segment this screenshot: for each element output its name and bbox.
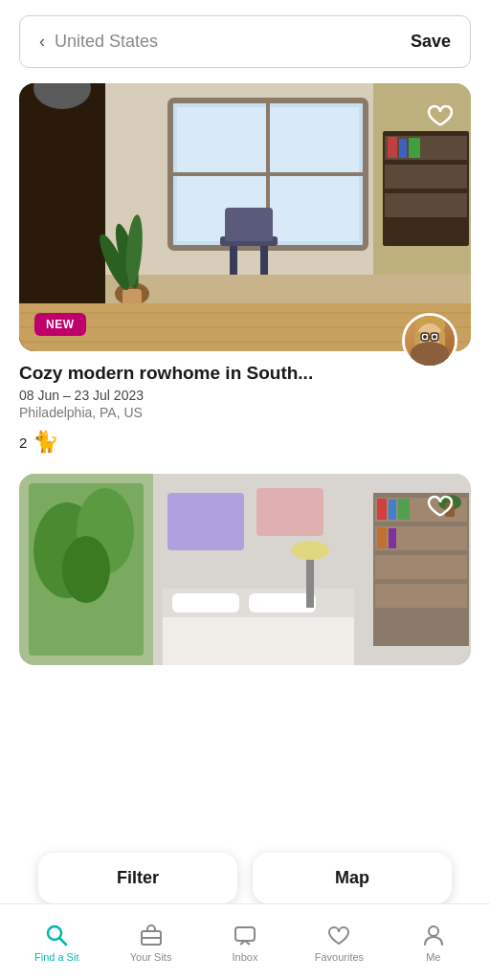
bottom-nav: Find a Sit Your Sits Inbox Favourites Me: [0, 903, 490, 980]
card-image-wrapper-2: [19, 474, 471, 665]
nav-your-sits[interactable]: Your Sits: [103, 915, 197, 970]
listing-card-1: NEW: [19, 83, 471, 455]
svg-rect-25: [399, 139, 407, 158]
svg-point-68: [291, 541, 329, 560]
listing-location-1: Philadelphia, PA, US: [19, 405, 471, 420]
nav-find-a-sit-label: Find a Sit: [34, 951, 78, 963]
nav-inbox[interactable]: Inbox: [198, 915, 292, 970]
pet-count: 2: [19, 434, 27, 451]
favourite-button-2[interactable]: [421, 487, 457, 523]
listing-pets-1: 2 🐈: [19, 430, 471, 455]
svg-rect-43: [426, 350, 434, 358]
nav-favourites-label: Favourites: [315, 951, 364, 963]
svg-rect-70: [256, 488, 323, 536]
main-content: NEW: [0, 83, 490, 665]
svg-rect-22: [385, 165, 467, 189]
svg-rect-63: [377, 527, 387, 548]
svg-rect-75: [235, 927, 255, 941]
svg-rect-54: [249, 593, 316, 612]
card-image-wrapper-1: NEW: [19, 83, 471, 351]
message-icon: [233, 923, 257, 947]
listing-dates-1: 08 Jun – 23 Jul 2023: [19, 388, 471, 403]
host-avatar-1[interactable]: [402, 313, 457, 368]
svg-rect-19: [225, 208, 273, 241]
svg-point-49: [62, 536, 110, 603]
favourite-button-1[interactable]: [421, 97, 457, 133]
heart-icon-2: [426, 492, 453, 519]
person-icon: [421, 923, 446, 947]
nav-me-label: Me: [426, 951, 440, 963]
svg-line-72: [60, 938, 67, 945]
header-left: ‹ United States: [39, 32, 158, 52]
svg-rect-60: [377, 499, 387, 520]
svg-rect-69: [167, 493, 244, 550]
svg-rect-24: [388, 137, 397, 158]
search-icon: [44, 923, 69, 947]
cat-icon: 🐈: [33, 430, 58, 455]
svg-rect-17: [230, 246, 237, 275]
svg-rect-53: [172, 593, 239, 612]
nav-favourites[interactable]: Favourites: [292, 915, 386, 970]
listing-title-1: Cozy modern rowhome in South...: [19, 363, 471, 384]
svg-rect-23: [385, 193, 467, 217]
nav-inbox-label: Inbox: [233, 951, 258, 963]
save-button[interactable]: Save: [411, 32, 451, 52]
nav-find-a-sit[interactable]: Find a Sit: [10, 915, 103, 970]
svg-rect-62: [398, 499, 410, 520]
svg-point-42: [412, 354, 447, 366]
svg-point-37: [423, 335, 427, 339]
listing-image-1: [19, 83, 471, 351]
nav-your-sits-label: Your Sits: [130, 951, 172, 963]
svg-point-76: [429, 926, 438, 936]
heart-nav-icon: [326, 923, 351, 947]
filter-button[interactable]: Filter: [38, 853, 237, 903]
back-arrow-icon[interactable]: ‹: [39, 32, 45, 52]
svg-point-32: [416, 323, 443, 354]
listing-card-2: [19, 474, 471, 665]
header: ‹ United States Save: [19, 15, 471, 68]
header-title: United States: [55, 32, 158, 52]
new-badge: NEW: [34, 313, 86, 336]
filter-map-bar: Filter Map: [0, 853, 490, 903]
svg-point-38: [433, 335, 436, 339]
avatar-image-1: [405, 316, 455, 366]
svg-rect-64: [389, 528, 396, 548]
svg-rect-18: [260, 246, 268, 275]
svg-rect-59: [375, 584, 467, 608]
svg-rect-34: [439, 331, 445, 350]
svg-rect-33: [414, 331, 420, 350]
svg-rect-58: [375, 555, 467, 579]
briefcase-icon: [139, 923, 164, 947]
svg-rect-26: [409, 138, 420, 158]
nav-me[interactable]: Me: [387, 915, 480, 970]
map-button[interactable]: Map: [253, 853, 452, 903]
heart-icon-1: [426, 101, 453, 128]
listing-image-2: [19, 474, 471, 665]
svg-rect-61: [389, 500, 396, 520]
